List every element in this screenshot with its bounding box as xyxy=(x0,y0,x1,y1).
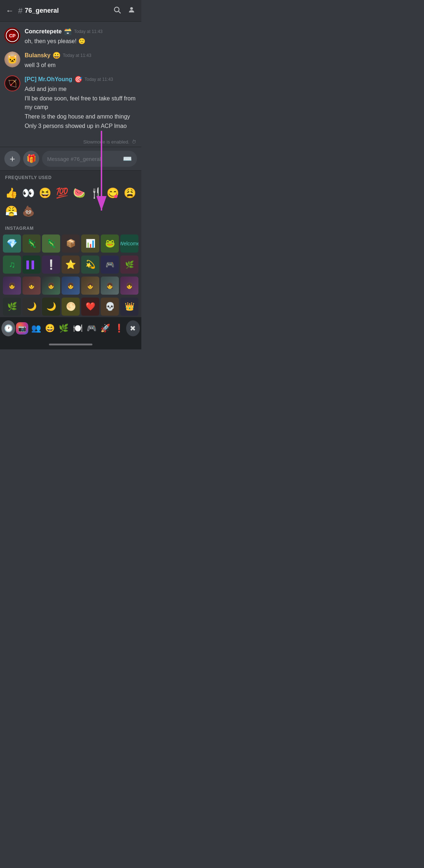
channel-name: 76_general xyxy=(25,7,113,14)
message-header: Bulansky 😀 Today at 11:43 xyxy=(25,51,137,59)
sticker-item[interactable]: 📦 xyxy=(62,234,80,253)
emoji-eyes[interactable]: 👀 xyxy=(20,184,37,202)
sticker-item[interactable]: 🌙 xyxy=(22,298,41,316)
username[interactable]: Bulansky xyxy=(25,52,50,59)
emoji-thumbsup[interactable]: 👍 xyxy=(3,184,20,202)
message-content: Bulansky 😀 Today at 11:43 well 3 of em xyxy=(25,51,137,70)
avatar: CP xyxy=(4,28,20,43)
home-indicator xyxy=(0,339,141,349)
emoji-poop[interactable]: 💩 xyxy=(20,202,37,220)
emoji-picker: FREQUENTLY USED 👍 👀 😆 💯 🍉 🍴 😋 😩 😤 💩 INST… xyxy=(0,170,141,317)
svg-point-2 xyxy=(130,7,133,9)
sticker-item[interactable]: 💎 xyxy=(3,234,21,253)
emoji-tab-bar: 🕐 📷 👥 😄 🌿 🍽️ 🎮 🚀 ❗ ✖ xyxy=(0,317,141,339)
message-row: 🏹 [PC] Mr.OhYoung 🎯 Today at 11:43 Add a… xyxy=(4,75,137,131)
emoji-100[interactable]: 💯 xyxy=(54,184,71,202)
message-header: Concretepete 🗃️ Today at 11:43 xyxy=(25,28,137,36)
timestamp: Today at 11:43 xyxy=(74,29,103,34)
header: ← # 76_general xyxy=(0,0,141,22)
sticker-item[interactable]: 👧 xyxy=(101,277,119,295)
sticker-item[interactable]: 👧 xyxy=(81,277,99,295)
tab-people[interactable]: 👥 xyxy=(29,320,43,336)
header-icons xyxy=(113,6,136,16)
username[interactable]: [PC] Mr.OhYoung xyxy=(25,76,72,83)
sticker-item[interactable]: 🎮 xyxy=(101,256,119,274)
tab-instagram[interactable]: 📷 xyxy=(15,320,29,336)
message-input[interactable] xyxy=(47,156,120,162)
sticker-item[interactable]: 🐸 xyxy=(101,234,119,253)
tab-game[interactable]: 🎮 xyxy=(84,320,98,336)
sticker-item[interactable]: 🌕 xyxy=(62,298,80,316)
tab-symbols[interactable]: ❗ xyxy=(112,320,126,336)
sticker-item[interactable]: 👧 xyxy=(120,277,138,295)
search-icon[interactable] xyxy=(113,6,121,16)
sticker-item[interactable]: 🦎 xyxy=(22,234,41,253)
emoji-grid: 👍 👀 😆 💯 🍉 🍴 😋 😩 😤 💩 xyxy=(0,182,141,221)
sticker-item[interactable]: ❤️ xyxy=(81,298,99,316)
message-text: Add and join me I'll be done soon, feel … xyxy=(25,85,137,130)
emoji-laughing[interactable]: 😆 xyxy=(37,184,54,202)
sticker-item[interactable]: 💫 xyxy=(81,256,99,274)
avatar: 🐱 xyxy=(4,51,20,67)
emoji-watermelon[interactable]: 🍉 xyxy=(71,184,88,202)
emoji-fork[interactable]: 🍴 xyxy=(88,184,105,202)
avatar-image: 🏹 xyxy=(5,76,20,91)
emoji-yum[interactable]: 😋 xyxy=(105,184,122,202)
sticker-item[interactable]: ❕ xyxy=(42,256,60,274)
message-content: Concretepete 🗃️ Today at 11:43 oh, then … xyxy=(25,28,137,46)
sticker-grid-row2: ♫ ▌▌ ❕ ⭐ 💫 🎮 🌿 xyxy=(0,254,141,275)
svg-line-1 xyxy=(119,11,120,13)
sticker-grid-row4: 🌿 🌙 🌙 🌕 ❤️ 💀 👑 xyxy=(0,296,141,317)
tab-transport[interactable]: 🚀 xyxy=(98,320,112,336)
tab-close[interactable]: ✖ xyxy=(126,320,140,336)
home-bar xyxy=(49,344,92,345)
sticker-grid-row1: 💎 🦎 🦎 📦 📊 🐸 Welcome xyxy=(0,233,141,254)
sticker-grid-row3: 👧 👧 👧 👧 👧 👧 👧 xyxy=(0,275,141,296)
sticker-item[interactable]: ♫ xyxy=(3,256,21,274)
message-text: well 3 of em xyxy=(25,61,137,70)
sticker-item[interactable]: 🦎 xyxy=(42,234,60,253)
sticker-item[interactable]: 📊 xyxy=(81,234,99,253)
sticker-item[interactable]: 👧 xyxy=(22,277,41,295)
keyboard-icon[interactable]: ⌨️ xyxy=(123,154,132,163)
sticker-item[interactable]: 👧 xyxy=(42,277,60,295)
tab-nature[interactable]: 🌿 xyxy=(57,320,71,336)
message-input-wrap[interactable]: ⌨️ xyxy=(42,151,137,167)
username[interactable]: Concretepete xyxy=(25,28,62,35)
message-header: [PC] Mr.OhYoung 🎯 Today at 11:43 xyxy=(25,75,137,83)
messages-container: CP Concretepete 🗃️ Today at 11:43 oh, th… xyxy=(0,22,141,137)
profile-icon[interactable] xyxy=(128,6,136,16)
sticker-item[interactable]: ⭐ xyxy=(62,256,80,274)
add-button[interactable]: + xyxy=(4,151,20,167)
sticker-item[interactable]: 🌿 xyxy=(120,256,138,274)
avatar: 🏹 xyxy=(4,75,20,91)
back-button[interactable]: ← xyxy=(6,6,14,16)
emoji-tired[interactable]: 😩 xyxy=(121,184,138,202)
sticker-item[interactable]: 🌙 xyxy=(42,298,60,316)
instagram-stickers-title: INSTAGRAM xyxy=(0,221,141,233)
avatar-image: 🐱 xyxy=(4,51,20,67)
emoji-frustrated[interactable]: 😤 xyxy=(3,202,20,220)
sticker-item[interactable]: 🌿 xyxy=(3,298,21,316)
sticker-item[interactable]: 👑 xyxy=(120,298,138,316)
badge-icon: 😀 xyxy=(53,51,61,59)
hash-icon: # xyxy=(18,6,22,16)
gift-button[interactable]: 🎁 xyxy=(23,151,39,167)
sticker-item[interactable]: 👧 xyxy=(62,277,80,295)
sticker-item[interactable]: ▌▌ xyxy=(22,256,41,274)
sticker-item[interactable]: 👧 xyxy=(3,277,21,295)
tab-food[interactable]: 🍽️ xyxy=(71,320,84,336)
message-text: oh, then yes please! 🙂 xyxy=(25,37,137,46)
slowmode-bar: Slowmode is enabled. ⏱ xyxy=(0,137,141,147)
input-area: + 🎁 ⌨️ xyxy=(0,147,141,170)
message-content: [PC] Mr.OhYoung 🎯 Today at 11:43 Add and… xyxy=(25,75,137,131)
sticker-item[interactable]: 💀 xyxy=(101,298,119,316)
badge-icon: 🎯 xyxy=(74,75,82,83)
tab-recent[interactable]: 🕐 xyxy=(1,320,15,336)
sticker-item[interactable]: Welcome xyxy=(120,234,138,253)
slowmode-icon: ⏱ xyxy=(132,139,136,145)
plus-icon: + xyxy=(9,153,15,165)
slowmode-text: Slowmode is enabled. xyxy=(83,139,129,145)
frequently-used-title: FREQUENTLY USED xyxy=(0,171,141,182)
tab-emoji[interactable]: 😄 xyxy=(43,320,57,336)
